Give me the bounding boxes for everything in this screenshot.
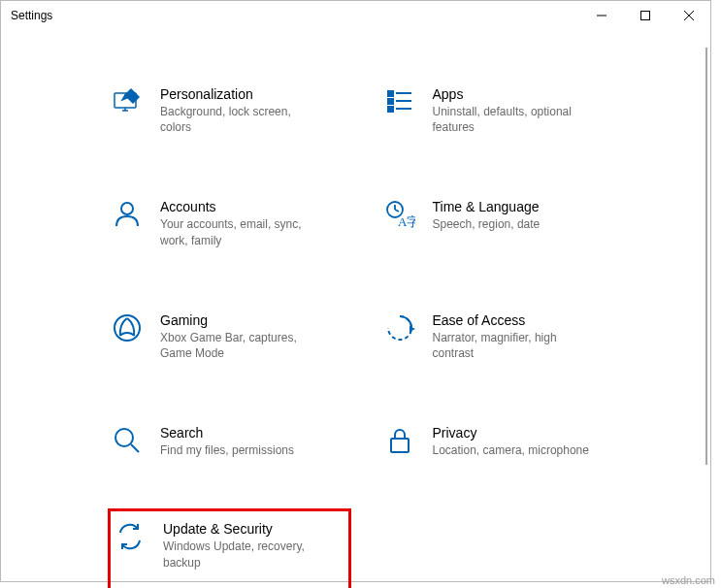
search-icon xyxy=(112,425,143,456)
category-text: Gaming Xbox Game Bar, captures, Game Mod… xyxy=(160,312,347,361)
gaming-icon xyxy=(112,312,143,343)
personalization-icon xyxy=(112,86,143,117)
category-search[interactable]: Search Find my files, permissions xyxy=(108,417,351,466)
watermark: wsxdn.com xyxy=(662,574,715,586)
category-text: Update & Security Windows Update, recove… xyxy=(163,521,344,570)
close-button[interactable] xyxy=(667,1,710,30)
svg-rect-1 xyxy=(640,12,649,20)
svg-point-20 xyxy=(115,429,133,446)
category-privacy[interactable]: Privacy Location, camera, microphone xyxy=(380,417,624,466)
category-desc: Speech, region, date xyxy=(433,216,598,232)
apps-icon xyxy=(384,86,415,117)
window-title: Settings xyxy=(11,9,52,22)
category-title: Time & Language xyxy=(433,199,620,214)
category-title: Apps xyxy=(433,86,620,102)
category-title: Update & Security xyxy=(163,521,344,537)
time-language-icon: A字 xyxy=(384,199,415,230)
scrollbar[interactable] xyxy=(705,48,708,572)
category-gaming[interactable]: Gaming Xbox Game Bar, captures, Game Mod… xyxy=(108,305,351,369)
category-title: Search xyxy=(160,425,347,441)
category-text: Search Find my files, permissions xyxy=(160,425,347,458)
update-security-icon xyxy=(115,521,146,552)
privacy-icon xyxy=(384,425,415,456)
category-title: Ease of Access xyxy=(433,312,620,328)
window-controls xyxy=(579,1,710,30)
svg-line-16 xyxy=(395,210,399,212)
category-text: Personalization Background, lock screen,… xyxy=(160,86,347,135)
category-desc: Background, lock screen, colors xyxy=(160,104,325,135)
category-text: Ease of Access Narrator, magnifier, high… xyxy=(433,312,620,361)
category-text: Accounts Your accounts, email, sync, wor… xyxy=(160,199,347,247)
category-title: Gaming xyxy=(160,312,347,328)
svg-line-21 xyxy=(131,444,139,452)
category-text: Apps Uninstall, defaults, optional featu… xyxy=(433,86,620,135)
settings-grid: Personalization Background, lock screen,… xyxy=(1,30,710,588)
ease-of-access-icon xyxy=(384,312,415,343)
svg-rect-7 xyxy=(388,91,393,96)
category-desc: Location, camera, microphone xyxy=(433,442,598,458)
category-desc: Your accounts, email, sync, work, family xyxy=(160,216,325,247)
category-desc: Uninstall, defaults, optional features xyxy=(433,104,598,135)
category-text: Privacy Location, camera, microphone xyxy=(433,425,620,458)
category-desc: Find my files, permissions xyxy=(160,442,325,458)
category-desc: Narrator, magnifier, high contrast xyxy=(433,330,598,361)
category-desc: Windows Update, recovery, backup xyxy=(163,539,328,570)
category-title: Personalization xyxy=(160,86,347,102)
category-ease-of-access[interactable]: Ease of Access Narrator, magnifier, high… xyxy=(380,305,624,369)
minimize-button[interactable] xyxy=(579,1,623,30)
svg-rect-9 xyxy=(388,107,393,112)
category-update-security[interactable]: Update & Security Windows Update, recove… xyxy=(108,508,351,588)
category-apps[interactable]: Apps Uninstall, defaults, optional featu… xyxy=(380,79,624,143)
svg-marker-19 xyxy=(410,326,415,332)
maximize-button[interactable] xyxy=(623,1,667,30)
svg-point-13 xyxy=(121,203,133,214)
category-title: Privacy xyxy=(433,425,620,441)
accounts-icon xyxy=(112,199,143,230)
category-time-language[interactable]: A字 Time & Language Speech, region, date xyxy=(380,191,624,255)
category-accounts[interactable]: Accounts Your accounts, email, sync, wor… xyxy=(108,191,351,255)
scrollbar-thumb[interactable] xyxy=(705,48,707,465)
category-personalization[interactable]: Personalization Background, lock screen,… xyxy=(108,79,351,143)
settings-window: Settings Personalization xyxy=(0,0,711,582)
category-desc: Xbox Game Bar, captures, Game Mode xyxy=(160,330,325,361)
category-title: Accounts xyxy=(160,199,347,214)
svg-rect-8 xyxy=(388,99,393,104)
category-text: Time & Language Speech, region, date xyxy=(433,199,620,232)
svg-text:A字: A字 xyxy=(398,214,415,229)
svg-rect-22 xyxy=(391,439,409,452)
